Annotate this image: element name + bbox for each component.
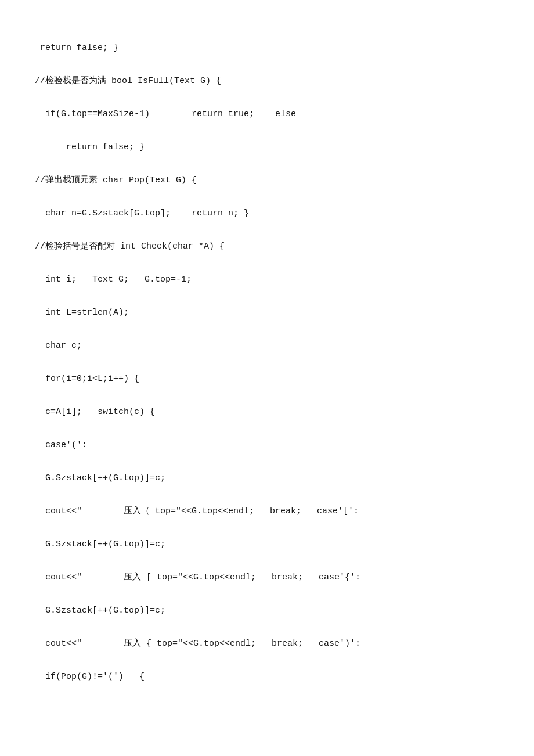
- code-line: cout<<" 压入 [ top="<<G.top<<endl; break; …: [35, 570, 499, 586]
- code-line: G.Szstack[++(G.top)]=c;: [35, 603, 499, 620]
- code-line: case'(':: [35, 437, 499, 454]
- code-line: char c;: [35, 338, 499, 355]
- code-line: G.Szstack[++(G.top)]=c;: [35, 537, 499, 553]
- code-line: for(i=0;i<L;i++) {: [35, 371, 499, 388]
- code-line: [35, 586, 499, 603]
- code-line: [35, 553, 499, 570]
- code-line: cout<<" 压入 { top="<<G.top<<endl; break; …: [35, 636, 499, 653]
- code-line: if(Pop(G)!='(') {: [35, 669, 499, 686]
- code-line: [35, 156, 499, 172]
- code-line: [35, 255, 499, 272]
- code-line: return false; }: [35, 139, 499, 156]
- code-line: cout<<" 压入（ top="<<G.top<<endl; break; c…: [35, 503, 499, 520]
- code-line: [35, 288, 499, 305]
- code-line: [35, 89, 499, 106]
- code-line: [35, 652, 499, 669]
- code-line: [35, 123, 499, 139]
- code-line: [35, 354, 499, 371]
- code-line: int L=strlen(A);: [35, 305, 499, 322]
- code-line: return false; }: [35, 40, 499, 57]
- code-line: [35, 453, 499, 470]
- code-line: //检验栈是否为满 bool IsFull(Text G) {: [35, 73, 499, 90]
- code-line: //检验括号是否配对 int Check(char *A) {: [35, 239, 499, 255]
- code-line: [35, 321, 499, 338]
- code-line: [35, 56, 499, 73]
- code-line: [35, 387, 499, 404]
- code-line: int i; Text G; G.top=-1;: [35, 272, 499, 289]
- code-line: if(G.top==MaxSize-1) return true; else: [35, 106, 499, 123]
- code-line: char n=G.Szstack[G.top]; return n; }: [35, 206, 499, 222]
- code-line: [35, 520, 499, 537]
- code-line: G.Szstack[++(G.top)]=c;: [35, 470, 499, 487]
- code-line: [35, 222, 499, 239]
- code-line: [35, 420, 499, 437]
- code-display: return false; } //检验栈是否为满 bool IsFull(Te…: [35, 23, 499, 685]
- code-line: //弹出栈顶元素 char Pop(Text G) {: [35, 172, 499, 189]
- code-line: [35, 619, 499, 636]
- code-line: [35, 487, 499, 503]
- code-line: [35, 189, 499, 206]
- code-line: c=A[i]; switch(c) {: [35, 404, 499, 421]
